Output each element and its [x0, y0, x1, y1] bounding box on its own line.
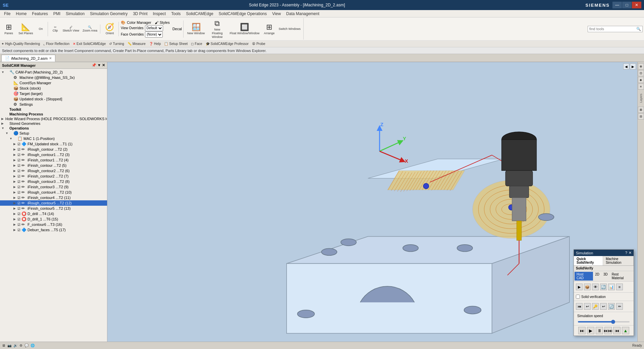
clip-btn[interactable]: ✂ Clip [50, 24, 61, 34]
sim-ffwd-btn[interactable]: ⏭⏭ [604, 327, 612, 334]
sketch-view-btn[interactable]: 🖊 Sketch View [61, 24, 81, 34]
menu-item-home[interactable]: Home [13, 11, 29, 17]
color-manager-label[interactable]: Color Manager [127, 20, 151, 24]
tree-item[interactable]: ▼📋MAC 1 (1-Position) [0, 136, 107, 141]
hlq-floor-reflection[interactable]: ⌞Floor Reflection [43, 42, 69, 46]
tree-item[interactable]: ▶☑✏iFinish_contour3 ...T2 (9) [0, 184, 107, 190]
tree-expand-icon[interactable]: ▼ [1, 127, 5, 130]
tree-item[interactable]: 📐CoordSys Manager [0, 80, 107, 86]
tree-expand-icon[interactable]: ▶ [13, 212, 17, 215]
sim-run-btn[interactable]: ▶ [576, 284, 583, 290]
orient-btn[interactable]: 🧭 Orient [102, 22, 117, 36]
sim-chart-btn[interactable]: 📊 [608, 284, 615, 290]
tree-item[interactable]: ▶☑✏iRough_contour2 ...T2 (6) [0, 168, 107, 173]
tree-item[interactable]: ▶☑✏iRough_contour5 ...T2 (12) [0, 200, 107, 206]
sim-play-btn[interactable]: ▶ [587, 327, 594, 334]
menu-item-view[interactable]: View [269, 11, 284, 17]
menu-item-simulation-geometry[interactable]: Simulation Geometry [87, 11, 130, 17]
tree-item[interactable]: ▶☑✏iRough_contour ...T2 (2) [0, 147, 107, 152]
new-floating-btn[interactable]: ⧉ New Floating Window [207, 18, 227, 40]
new-window-btn[interactable]: 🪟 New Window [186, 22, 207, 36]
tree-expand-icon[interactable]: ▼ [1, 70, 5, 74]
tree-item[interactable]: ▶☑🔷FM_Updated stock ...T1 (1) [0, 141, 107, 147]
tree-item[interactable]: ▼🔵Setup [0, 131, 107, 136]
sim-undo-btn[interactable]: ↩ [600, 303, 607, 310]
tree-item[interactable]: ▶Stored Geometries [0, 121, 107, 126]
tree-item[interactable]: ▶Hole Wizard Process (HOLE PROCESSES - S… [0, 116, 107, 121]
rp-btn-1[interactable]: ⊕ [638, 63, 644, 69]
sim-top-btn[interactable]: ▲ [622, 327, 629, 334]
menu-item-inspect[interactable]: Inspect [150, 11, 169, 17]
hlq-setup-sheet[interactable]: 📋Setup Sheet [164, 42, 188, 46]
solid-verification-checkbox[interactable] [576, 295, 580, 299]
menu-item-tools[interactable]: Tools [168, 11, 183, 17]
tree-expand-icon[interactable]: ▶ [1, 117, 5, 120]
tree-item[interactable]: ▼Operations [0, 126, 107, 131]
tree-expand-icon[interactable]: ▶ [13, 207, 17, 210]
tree-item[interactable]: ▶☑✏iFinish_contour1 ...T2 (4) [0, 157, 107, 163]
switch-windows-btn[interactable]: Switch Windows [277, 26, 302, 32]
tab-close-btn[interactable]: ✕ [49, 56, 52, 60]
tree-expand-icon[interactable]: ▶ [13, 164, 17, 167]
tree-item[interactable]: ▶☑✏iFinish_contour2 ...T2 (7) [0, 173, 107, 179]
tree-item[interactable]: ⚙Machine (@Milling_Haas_SS_3x) [0, 75, 107, 80]
arrange-btn[interactable]: ⊞ Arrange [262, 22, 277, 36]
pin-btn[interactable]: 📌 [92, 63, 96, 67]
view-overrides-select[interactable]: Default [145, 25, 163, 31]
tree-item[interactable]: ▶☑🔷Deburr_faces ...T5 (17) [0, 227, 107, 233]
maximize-btn[interactable]: □ [622, 2, 632, 8]
tree-item[interactable]: ▶☑✏iFinish_contour5 ...T2 (13) [0, 206, 107, 211]
menu-item-3d-print[interactable]: 3D Print [130, 11, 150, 17]
tree-expand-icon[interactable]: ▶ [13, 185, 17, 189]
menu-item-solidcamedge-operations[interactable]: SolidCAMEdge Operations [216, 11, 269, 17]
subtab-3d[interactable]: 3D [601, 272, 610, 281]
rp-btn-6[interactable]: ⊟ [638, 113, 644, 119]
float-window-btn[interactable]: 🔲 Float Window/Window [228, 22, 261, 36]
sim-refresh-btn[interactable]: 🔄 [608, 303, 615, 310]
tree-expand-icon[interactable]: ▶ [13, 191, 17, 194]
tree-expand-icon[interactable]: ▶ [13, 223, 17, 226]
rp-btn-2[interactable]: ⊡ [638, 70, 644, 76]
subtab-rest-material[interactable]: Rest Material [610, 272, 633, 281]
tree-expand-icon[interactable]: ▶ [13, 228, 17, 232]
menu-item-pmi[interactable]: PMI [51, 11, 63, 17]
tree-expand-icon[interactable]: ▶ [13, 217, 17, 221]
tree-item[interactable]: ▶☑⭕D_drill_1 ...T6 (15) [0, 216, 107, 222]
menu-item-data-management[interactable]: Data Management [284, 11, 322, 17]
sim-step-back-btn[interactable]: ↩ [584, 303, 591, 310]
on-btn[interactable]: On [36, 26, 46, 32]
zoom-area-btn[interactable]: 🔍 Zoom Area [81, 24, 99, 34]
tree-item[interactable]: ▶☑⭕D_drill ...T4 (14) [0, 211, 107, 216]
sim-close-btn[interactable]: ✕ [629, 251, 632, 255]
find-tools-input[interactable] [589, 27, 636, 31]
tab-machine-simulation[interactable]: Machine Simulation [603, 256, 634, 265]
tree-expand-icon[interactable]: ▶ [1, 122, 5, 125]
nav-left-btn[interactable]: ◀ [623, 63, 629, 69]
tree-expand-icon[interactable]: ▶ [13, 196, 17, 199]
tree-item[interactable]: ▶☑✏iFinish_contour ...T2 (5) [0, 163, 107, 168]
minimize-btn[interactable]: — [612, 2, 622, 8]
tree-item[interactable]: ▶☑✏iFinish_contour4 ...T2 (11) [0, 195, 107, 200]
close-btn[interactable]: ✕ [632, 2, 641, 8]
sim-stock-btn[interactable]: 📦 [584, 284, 591, 290]
sim-pause-btn[interactable]: ⏸ [596, 327, 603, 334]
tree-expand-icon[interactable]: ▼ [5, 132, 9, 135]
tree-item[interactable]: 📦Updated stock - [Stopped] [0, 96, 107, 102]
menu-item-features[interactable]: Features [29, 11, 50, 17]
tree-item[interactable]: Toolkit [0, 107, 107, 112]
sim-view-btn[interactable]: 👁 [592, 284, 599, 290]
menu-item-file[interactable]: File [1, 11, 13, 17]
rp-btn-4[interactable]: ≡ [638, 84, 644, 90]
decal-label[interactable]: Decal [172, 27, 182, 31]
tab-machining[interactable]: 📄 iMachining_2D_2.asm ✕ [1, 55, 55, 62]
styles-label[interactable]: Styles [160, 20, 170, 24]
sim-menu-btn[interactable]: ≡ [616, 284, 623, 290]
tree-item[interactable]: 📦Stock (stock) [0, 86, 107, 91]
tree-item[interactable]: ▶☑✏iRough_contour3 ...T2 (8) [0, 179, 107, 184]
viewport[interactable]: ◀ ▶ ✕ Z Y X [107, 62, 644, 349]
hlq-professor[interactable]: 🎓SolidCAMEdge Professor [206, 42, 249, 46]
tree-expand-icon[interactable]: ▶ [13, 174, 17, 178]
tree-item[interactable]: ▼🔧CAM-Part (Machining_2D_2) [0, 69, 107, 75]
hlq-turning[interactable]: ↺Turning [109, 42, 124, 46]
panel-close-btn[interactable]: ✕ [102, 63, 105, 67]
